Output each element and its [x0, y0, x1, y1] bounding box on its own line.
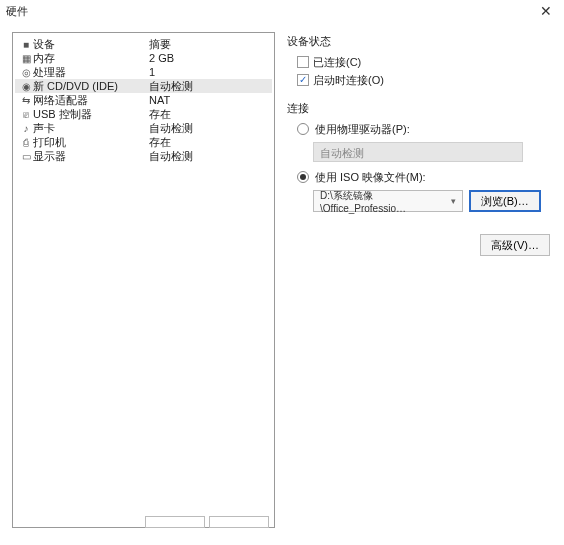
iso-path-combo[interactable]: D:\系统镜像\Office_Professio… ▾: [313, 190, 463, 212]
device-name: 显示器: [33, 149, 149, 164]
hardware-row[interactable]: ▦内存2 GB: [15, 51, 272, 65]
connection-title: 连接: [287, 101, 556, 116]
hardware-row[interactable]: ♪声卡自动检测: [15, 121, 272, 135]
remove-button[interactable]: [209, 516, 269, 528]
hardware-row[interactable]: ◉新 CD/DVD (IDE)自动检测: [15, 79, 272, 93]
device-name: 打印机: [33, 135, 149, 150]
physical-drive-combo: 自动检测: [313, 142, 523, 162]
device-summary: 存在: [149, 135, 268, 150]
physical-drive-radio[interactable]: [297, 123, 309, 135]
device-summary: 存在: [149, 107, 268, 122]
device-name: USB 控制器: [33, 107, 149, 122]
device-summary: 摘要: [149, 37, 268, 52]
device-summary: NAT: [149, 94, 268, 106]
browse-button[interactable]: 浏览(B)…: [469, 190, 541, 212]
add-button[interactable]: [145, 516, 205, 528]
device-icon: ⎚: [19, 109, 33, 120]
device-name: 处理器: [33, 65, 149, 80]
device-summary: 自动检测: [149, 79, 268, 94]
device-status-title: 设备状态: [287, 34, 556, 49]
advanced-button[interactable]: 高级(V)…: [480, 234, 550, 256]
device-summary: 自动检测: [149, 149, 268, 164]
device-icon: ■: [19, 39, 33, 50]
window-title: 硬件: [6, 4, 28, 19]
iso-path-value: D:\系统镜像\Office_Professio…: [320, 189, 451, 214]
hardware-list-panel: ■设备摘要▦内存2 GB◎处理器1◉新 CD/DVD (IDE)自动检测⇆网络适…: [12, 32, 275, 528]
device-name: 声卡: [33, 121, 149, 136]
connect-at-startup-label: 启动时连接(O): [313, 73, 384, 88]
device-icon: ♪: [19, 123, 33, 134]
hardware-row[interactable]: ⇆网络适配器NAT: [15, 93, 272, 107]
device-icon: ⎙: [19, 137, 33, 148]
device-icon: ▭: [19, 151, 33, 162]
chevron-down-icon: ▾: [451, 196, 456, 206]
device-name: 新 CD/DVD (IDE): [33, 79, 149, 94]
device-summary: 自动检测: [149, 121, 268, 136]
device-name: 设备: [33, 37, 149, 52]
device-icon: ◎: [19, 67, 33, 78]
iso-radio[interactable]: [297, 171, 309, 183]
close-icon[interactable]: ✕: [536, 3, 556, 19]
hardware-row[interactable]: ◎处理器1: [15, 65, 272, 79]
connected-label: 已连接(C): [313, 55, 361, 70]
hardware-row[interactable]: ⎙打印机存在: [15, 135, 272, 149]
connected-checkbox[interactable]: [297, 56, 309, 68]
hardware-row[interactable]: ⎚USB 控制器存在: [15, 107, 272, 121]
device-icon: ⇆: [19, 95, 33, 106]
device-name: 内存: [33, 51, 149, 66]
device-summary: 1: [149, 66, 268, 78]
device-icon: ◉: [19, 81, 33, 92]
iso-label: 使用 ISO 映像文件(M):: [315, 170, 426, 185]
device-summary: 2 GB: [149, 52, 268, 64]
device-name: 网络适配器: [33, 93, 149, 108]
hardware-row[interactable]: ■设备摘要: [15, 37, 272, 51]
hardware-row[interactable]: ▭显示器自动检测: [15, 149, 272, 163]
settings-panel: 设备状态 已连接(C) 启动时连接(O) 连接 使用物理驱动器(P): 自动检测…: [287, 32, 556, 528]
device-icon: ▦: [19, 53, 33, 64]
physical-drive-label: 使用物理驱动器(P):: [315, 122, 410, 137]
connect-at-startup-checkbox[interactable]: [297, 74, 309, 86]
